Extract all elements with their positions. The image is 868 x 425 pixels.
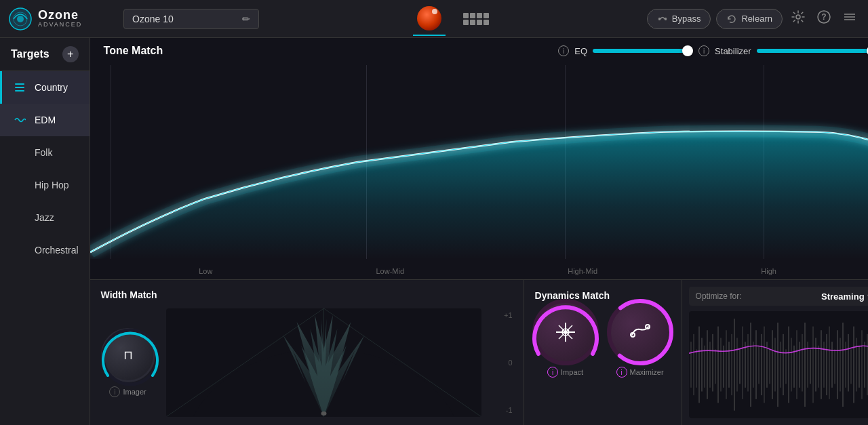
orchestral-icon	[13, 243, 26, 257]
tone-match-title: Tone Match	[104, 45, 163, 57]
svg-rect-88	[850, 349, 852, 384]
svg-rect-29	[690, 342, 692, 388]
preset-selector[interactable]: Ozone 10 ✏	[123, 9, 259, 29]
sidebar-item-folk[interactable]: Folk	[0, 136, 90, 169]
eq-slider-thumb[interactable]	[682, 45, 693, 56]
impact-info-button[interactable]: i	[547, 367, 558, 378]
sidebar-item-label-country: Country	[35, 82, 68, 93]
folk-icon	[13, 146, 26, 159]
streaming-dropdown[interactable]: Streaming ▾	[821, 291, 868, 302]
streaming-waveform-svg	[689, 311, 868, 418]
grid-icon	[463, 13, 489, 25]
svg-rect-71	[804, 323, 806, 407]
svg-rect-13	[15, 90, 24, 92]
maximizer-label-text: Maximizer	[630, 368, 664, 376]
svg-rect-42	[726, 330, 727, 399]
maximizer-knob[interactable]	[610, 302, 671, 363]
sidebar-item-hiphop[interactable]: Hip Hop	[0, 169, 90, 201]
sidebar-item-jazz[interactable]: Jazz	[0, 201, 90, 234]
sphere-nav-button[interactable]	[413, 2, 446, 36]
eq-label: EQ	[574, 46, 587, 56]
freq-label-lowmid: Low-Mid	[376, 267, 404, 275]
sidebar-item-orchestral[interactable]: Orchestral	[0, 234, 90, 266]
bypass-icon	[657, 14, 668, 24]
sidebar-item-label-jazz: Jazz	[35, 212, 54, 223]
svg-rect-91	[859, 346, 860, 388]
svg-rect-60	[774, 338, 776, 392]
tone-match-panel: Tone Match i EQ i Stabilizer	[90, 38, 868, 279]
svg-rect-64	[785, 349, 787, 384]
optimize-label: Optimize for:	[696, 291, 742, 301]
svg-rect-84	[840, 338, 841, 392]
stabilizer-label: Stabilizer	[715, 46, 751, 56]
svg-rect-51	[750, 323, 751, 407]
svg-rect-54	[758, 346, 760, 384]
width-match-panel: Width Match ⊓ i Imag	[90, 280, 524, 425]
imager-info-button[interactable]: i	[109, 386, 120, 397]
impact-label-text: Impact	[561, 368, 583, 376]
streaming-header: Optimize for: Streaming ▾	[689, 287, 868, 306]
add-target-button[interactable]: +	[62, 46, 79, 62]
freq-label-high: High	[761, 267, 776, 275]
stabilizer-info-button[interactable]: i	[698, 45, 709, 56]
svg-point-5	[796, 15, 800, 19]
svg-rect-44	[731, 334, 732, 395]
settings-button[interactable]	[788, 7, 808, 31]
hiphop-icon	[13, 178, 26, 192]
eq-slider[interactable]	[593, 49, 688, 53]
svg-rect-34	[704, 346, 705, 388]
svg-rect-40	[720, 338, 722, 392]
svg-rect-93	[864, 342, 865, 388]
tone-curve-svg	[90, 65, 868, 259]
svg-rect-77	[821, 330, 822, 399]
menu-button[interactable]	[840, 7, 860, 31]
svg-rect-58	[769, 349, 770, 384]
svg-rect-85	[842, 323, 844, 407]
wave-icon	[13, 113, 26, 127]
svg-rect-87	[848, 334, 849, 392]
tone-match-header: Tone Match i EQ i Stabilizer	[90, 38, 868, 64]
help-button[interactable]: ?	[814, 7, 834, 31]
main-layout: Targets + Country EDM Folk	[0, 38, 868, 425]
eq-controls: i EQ i Stabilizer	[558, 45, 868, 56]
logo-text: Ozone ADVANCED	[38, 9, 82, 29]
svg-rect-32	[698, 327, 700, 403]
svg-point-14	[103, 330, 157, 384]
knob-arc-svg	[101, 328, 159, 386]
svg-rect-70	[802, 334, 803, 392]
relearn-label: Relearn	[741, 14, 772, 24]
svg-rect-89	[853, 327, 854, 403]
bypass-button[interactable]: Bypass	[647, 9, 711, 29]
impact-knob-area: i Impact	[535, 302, 596, 378]
svg-rect-48	[742, 327, 743, 399]
stabilizer-slider[interactable]	[757, 49, 868, 53]
sidebar-item-edm[interactable]: EDM	[0, 104, 90, 136]
curve-container	[90, 65, 868, 259]
svg-rect-11	[15, 83, 24, 85]
freq-label-low: Low	[199, 267, 212, 275]
svg-rect-37	[712, 334, 713, 392]
relearn-button[interactable]: Relearn	[716, 9, 783, 29]
bypass-label: Bypass	[672, 14, 701, 24]
maximizer-label: i Maximizer	[616, 367, 664, 378]
imager-label-text: Imager	[123, 388, 146, 396]
svg-rect-4	[665, 18, 667, 20]
app-subtitle: ADVANCED	[38, 22, 82, 28]
maximizer-info-button[interactable]: i	[616, 367, 627, 378]
right-controls: Bypass Relearn ?	[647, 7, 860, 31]
grid-nav-button[interactable]	[459, 9, 493, 29]
sidebar-item-label-edm: EDM	[35, 115, 56, 125]
svg-rect-62	[780, 342, 781, 388]
vectorscope-svg	[166, 308, 481, 417]
sidebar-item-country[interactable]: Country	[0, 71, 90, 104]
width-match-title: Width Match	[101, 289, 513, 300]
svg-rect-81	[831, 342, 833, 388]
impact-knob[interactable]	[535, 302, 596, 363]
svg-rect-38	[715, 349, 716, 384]
svg-rect-82	[834, 349, 835, 384]
eq-info-button[interactable]: i	[558, 45, 569, 56]
imager-knob[interactable]: ⊓	[101, 328, 155, 382]
eq-control: i EQ	[558, 45, 688, 56]
sphere-icon	[417, 6, 441, 31]
svg-rect-59	[772, 330, 773, 399]
